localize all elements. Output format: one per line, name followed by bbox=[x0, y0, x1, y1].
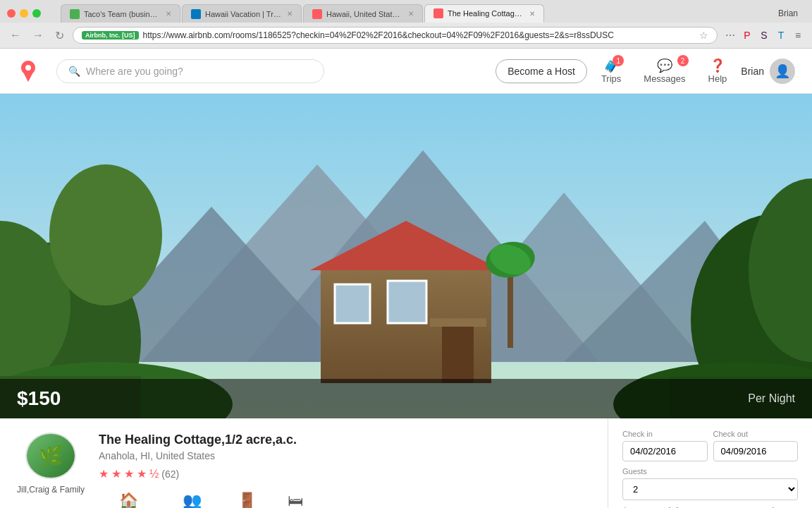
checkout-field: Check out bbox=[713, 430, 799, 461]
booking-guests-row: Guests 2 1 3 4 bbox=[622, 467, 798, 500]
tab-label-healing: The Healing Cottage,1/2 a... bbox=[448, 9, 525, 18]
address-bar[interactable]: Airbnb, Inc. [US] https://www.airbnb.com… bbox=[73, 27, 718, 44]
checkin-input[interactable] bbox=[622, 441, 708, 461]
tab-healing[interactable]: The Healing Cottage,1/2 a... ✕ bbox=[424, 4, 544, 23]
svg-rect-13 bbox=[335, 284, 370, 323]
checkin-label: Check in bbox=[622, 430, 708, 438]
tab-close-healing[interactable]: ✕ bbox=[529, 10, 535, 18]
bottom-section: 🌿 Jill,Craig & Family The Healing Cottag… bbox=[0, 418, 812, 508]
user-nav[interactable]: Brian 👤 bbox=[741, 59, 795, 84]
listing-info: 🌿 Jill,Craig & Family The Healing Cottag… bbox=[0, 418, 608, 508]
help-nav[interactable]: ❓ Help bbox=[700, 52, 736, 90]
home-icon: 🏠 bbox=[119, 492, 138, 508]
guests-field: Guests 2 1 3 4 bbox=[622, 467, 798, 500]
tab-label-airbnb: Hawaii, United States - Air... bbox=[326, 10, 404, 18]
listing-amenities: 🏠 Entire home/apt 👥 2 Guests 🚪 1 Bedroom… bbox=[99, 492, 591, 508]
svg-point-8 bbox=[49, 164, 162, 306]
amenity-home: 🏠 Entire home/apt bbox=[99, 492, 159, 508]
trips-label: Trips bbox=[601, 73, 621, 84]
maximize-button[interactable] bbox=[32, 9, 41, 18]
checkout-label: Check out bbox=[713, 430, 799, 438]
price-amount: $150 bbox=[17, 387, 61, 410]
slack-icon[interactable]: S bbox=[757, 28, 771, 42]
host-avatar-image: 🌿 bbox=[27, 434, 75, 478]
back-button[interactable]: ← bbox=[7, 28, 24, 43]
avatar-initial: 👤 bbox=[775, 64, 790, 79]
secure-badge: Airbnb, Inc. [US] bbox=[82, 31, 139, 40]
browser-user: Brian bbox=[778, 8, 805, 18]
tab-label-trello: Hawaii Vacation | Trello bbox=[205, 10, 283, 18]
star-4: ★ bbox=[137, 467, 147, 480]
tabs-bar: Taco's Team (businessclas... ✕ Hawaii Va… bbox=[54, 4, 551, 23]
checkout-input[interactable] bbox=[713, 441, 799, 461]
extensions-icon[interactable]: ⋯ bbox=[723, 28, 737, 42]
help-icon: ❓ bbox=[710, 58, 725, 73]
tab-close-taco[interactable]: ✕ bbox=[166, 10, 171, 18]
tab-taco[interactable]: Taco's Team (businessclas... ✕ bbox=[61, 4, 180, 23]
tab-close-trello[interactable]: ✕ bbox=[287, 10, 293, 18]
host-name: Jill,Craig & Family bbox=[17, 485, 85, 495]
hero-background bbox=[0, 94, 812, 418]
listing-rating: ★ ★ ★ ★ ½ (62) bbox=[99, 467, 591, 480]
other-icon[interactable]: ≡ bbox=[791, 28, 805, 42]
tab-close-airbnb[interactable]: ✕ bbox=[408, 10, 414, 18]
trips-badge: 1 bbox=[613, 55, 624, 66]
host-section: 🌿 Jill,Craig & Family bbox=[17, 433, 85, 495]
amenity-guests: 👥 2 Guests bbox=[176, 492, 209, 508]
checkin-field: Check in bbox=[622, 430, 708, 461]
search-bar[interactable]: 🔍 Where are you going? bbox=[56, 59, 324, 83]
tab-airbnb-main[interactable]: Hawaii, United States - Air... ✕ bbox=[303, 4, 423, 23]
star-1: ★ bbox=[99, 467, 109, 480]
guests-select[interactable]: 2 1 3 4 bbox=[622, 478, 798, 500]
bed-icon: 🛏 bbox=[288, 492, 303, 508]
tab-favicon-healing bbox=[433, 8, 443, 18]
trello-icon[interactable]: T bbox=[774, 28, 788, 42]
guests-label: Guests bbox=[622, 467, 798, 476]
amenity-bedroom: 🚪 1 Bedroom bbox=[226, 492, 268, 508]
minimize-button[interactable] bbox=[20, 9, 28, 18]
become-host-button[interactable]: Become a Host bbox=[496, 59, 587, 83]
header-right: Become a Host 🧳 Trips 1 💬 Messages 2 ❓ H… bbox=[496, 52, 795, 90]
toolbar-icons: ⋯ P S T ≡ bbox=[723, 28, 805, 42]
airbnb-logo-icon bbox=[17, 60, 39, 83]
review-count: (62) bbox=[161, 468, 179, 480]
close-button[interactable] bbox=[7, 9, 16, 18]
user-name: Brian bbox=[741, 66, 764, 77]
browser-titlebar: Taco's Team (businessclas... ✕ Hawaii Va… bbox=[0, 0, 812, 23]
refresh-button[interactable]: ↻ bbox=[52, 28, 67, 44]
search-icon: 🔍 bbox=[68, 66, 80, 77]
messages-nav[interactable]: 💬 Messages 2 bbox=[635, 52, 694, 90]
tab-favicon-airbnb bbox=[312, 9, 322, 19]
hero-illustration bbox=[0, 94, 812, 418]
browser-chrome: Taco's Team (businessclas... ✕ Hawaii Va… bbox=[0, 0, 812, 49]
traffic-lights bbox=[7, 9, 41, 18]
search-placeholder: Where are you going? bbox=[86, 66, 183, 77]
star-half: ½ bbox=[149, 468, 159, 480]
svg-rect-15 bbox=[442, 327, 474, 383]
bookmark-icon[interactable]: ☆ bbox=[699, 30, 708, 41]
listing-location: Anahola, HI, United States bbox=[99, 450, 591, 461]
tab-label-taco: Taco's Team (businessclas... bbox=[84, 10, 161, 18]
star-3: ★ bbox=[124, 467, 134, 480]
tab-favicon-taco bbox=[70, 9, 80, 19]
hero-section: $150 Per Night bbox=[0, 94, 812, 418]
listing-title: The Healing Cottage,1/2 acre,a.c. bbox=[99, 433, 591, 447]
address-bar-row: ← → ↻ Airbnb, Inc. [US] https://www.airb… bbox=[0, 23, 812, 48]
airbnb-header: 🔍 Where are you going? Become a Host 🧳 T… bbox=[0, 49, 812, 94]
amenity-bed: 🛏 1 Bed bbox=[284, 492, 306, 508]
forward-button[interactable]: → bbox=[30, 28, 47, 43]
svg-rect-14 bbox=[388, 281, 426, 323]
price-banner: $150 Per Night bbox=[0, 379, 812, 418]
trips-nav[interactable]: 🧳 Trips 1 bbox=[593, 52, 629, 90]
avatar[interactable]: 👤 bbox=[770, 59, 795, 84]
airbnb-logo[interactable] bbox=[17, 60, 39, 83]
bedroom-icon: 🚪 bbox=[238, 492, 257, 508]
host-avatar: 🌿 bbox=[25, 433, 76, 479]
star-2: ★ bbox=[111, 467, 121, 480]
messages-icon: 💬 bbox=[657, 58, 672, 73]
booking-dates-row: Check in Check out bbox=[622, 430, 798, 461]
pinterest-icon[interactable]: P bbox=[740, 28, 754, 42]
listing-details: The Healing Cottage,1/2 acre,a.c. Anahol… bbox=[99, 433, 591, 495]
help-label: Help bbox=[708, 73, 727, 84]
tab-trello[interactable]: Hawaii Vacation | Trello ✕ bbox=[182, 4, 302, 23]
